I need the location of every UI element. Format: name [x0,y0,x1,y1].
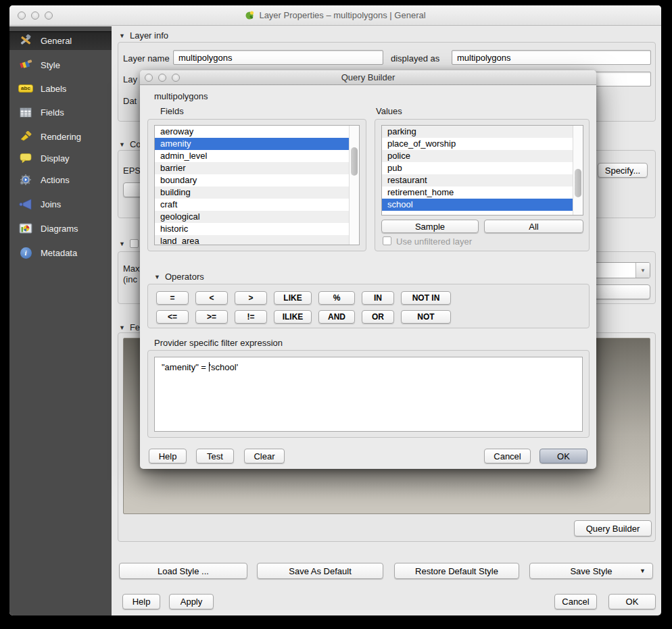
field-item[interactable]: historic [155,223,359,235]
sidebar-item-rendering[interactable]: Rendering [9,127,112,146]
minimize-dialog-button[interactable] [158,74,166,82]
values-list[interactable]: parkingplace_of_worshippolicepubrestaura… [381,125,583,216]
value-item[interactable]: school [382,199,583,211]
operator-button[interactable]: % [318,291,355,305]
operator-button[interactable]: <= [156,310,189,324]
cancel-button[interactable]: Cancel [554,594,597,609]
sidebar-item-fields[interactable]: Fields [9,103,112,122]
values-scrollbar[interactable] [573,126,583,215]
sidebar-item-label: Labels [41,84,66,94]
sidebar-item-diagrams[interactable]: Diagrams [9,219,112,238]
fields-scrollbar-thumb[interactable] [351,147,358,176]
gear-play-icon [18,173,34,186]
field-item[interactable]: building [155,186,359,199]
operator-button[interactable]: ILIKE [274,310,312,324]
value-item[interactable]: parking [382,126,583,138]
apply-button[interactable]: Apply [169,594,214,609]
window-title: Layer Properties – multipolygons | Gener… [245,10,425,20]
scale-visibility-checkbox[interactable] [130,239,139,248]
fields-list[interactable]: aerowayamenityadmin_levelbarrierboundary… [154,125,360,245]
query-builder-button[interactable]: Query Builder [574,520,652,536]
filter-expression-input[interactable]: "amenity" = 'school' [154,357,583,432]
close-dialog-button[interactable] [145,74,153,82]
dialog-cancel-button[interactable]: Cancel [484,449,531,463]
load-style-button[interactable]: Load Style ... [119,563,247,579]
operator-button[interactable]: != [235,310,267,324]
save-as-default-button[interactable]: Save As Default [257,563,383,579]
epsg-label-fragment: EPS [123,166,141,176]
value-item[interactable]: place_of_worship [382,138,583,150]
field-item[interactable]: boundary [155,174,359,186]
sidebar-item-general[interactable]: General [9,31,112,50]
value-item[interactable]: pub [382,162,583,174]
value-item[interactable]: restaurant [382,174,583,186]
operator-button[interactable]: = [156,291,189,305]
restore-default-style-button[interactable]: Restore Default Style [394,563,519,579]
sidebar-item-labels[interactable]: abc Labels [9,79,112,98]
field-item[interactable]: admin_level [155,150,359,162]
specify-button[interactable]: Specify... [598,163,648,178]
encoding-label-fragment: Dat [123,96,137,106]
fields-scrollbar[interactable] [349,126,359,245]
scale-visibility-header[interactable]: ▼ [119,239,139,248]
displayed-as-label: displayed as [391,53,439,64]
ok-button[interactable]: OK [608,594,656,609]
dialog-titlebar[interactable]: Query Builder [140,70,596,85]
operators-header[interactable]: ▼ Operators [154,272,204,282]
sidebar-item-label: Diagrams [41,224,78,234]
sidebar-item-label: General [41,36,72,46]
collapse-triangle-icon: ▼ [119,324,125,331]
zoom-window-button[interactable] [45,11,53,20]
sidebar: General Style abc Labels [9,26,112,615]
sidebar-item-label: Fields [41,107,64,118]
max-scale-combobox[interactable]: ▼ [587,262,650,278]
sidebar-item-actions[interactable]: Actions [9,170,112,189]
field-item[interactable]: craft [155,199,359,211]
scale-field[interactable] [587,284,650,299]
value-item[interactable]: retirement_home [382,186,583,199]
operator-button[interactable]: LIKE [274,291,312,305]
field-item[interactable]: aeroway [155,126,359,138]
sample-button[interactable]: Sample [381,220,479,233]
operator-button[interactable]: OR [362,310,394,324]
help-button[interactable]: Help [122,594,160,609]
minimize-window-button[interactable] [31,11,39,20]
use-unfiltered-layer-label: Use unfiltered layer [396,236,472,247]
sidebar-item-joins[interactable]: Joins [9,195,112,213]
field-item[interactable]: land_area [155,235,359,245]
save-style-button[interactable]: Save Style ▼ [529,563,653,579]
operator-button[interactable]: < [195,291,228,305]
field-item[interactable]: geological [155,211,359,223]
field-item[interactable]: barrier [155,162,359,174]
dialog-help-button[interactable]: Help [149,449,187,463]
chevron-down-icon: ▼ [640,568,646,574]
sidebar-item-metadata[interactable]: i Metadata [9,243,112,262]
operator-button[interactable]: >= [195,310,228,324]
field-item[interactable]: amenity [155,138,359,150]
collapse-triangle-icon: ▼ [119,241,125,247]
sidebar-item-display[interactable]: Display [9,149,112,168]
all-button[interactable]: All [484,220,583,233]
sidebar-item-style[interactable]: Style [9,55,112,74]
operator-button[interactable]: > [235,291,267,305]
table-icon [18,105,34,119]
crs-header[interactable]: ▼ Co [119,139,141,149]
use-unfiltered-layer-checkbox[interactable] [383,236,391,245]
close-window-button[interactable] [18,11,26,20]
operator-button[interactable]: IN [362,291,394,305]
operator-button[interactable]: NOT [401,310,451,324]
operator-button[interactable]: NOT IN [401,291,451,305]
displayed-as-input[interactable]: multipolygons [452,50,651,65]
value-item[interactable]: police [382,150,583,162]
dialog-ok-button[interactable]: OK [539,449,587,463]
window-controls [18,11,53,20]
layer-info-header[interactable]: ▼ Layer info [119,30,168,41]
feature-subset-header[interactable]: ▼ Fe [119,322,140,332]
operators-row-1: =<>LIKE%INNOT IN [156,291,451,305]
clear-button[interactable]: Clear [244,449,285,463]
zoom-dialog-button[interactable] [172,74,180,82]
test-button[interactable]: Test [196,449,234,463]
operator-button[interactable]: AND [318,310,355,324]
values-scrollbar-thumb[interactable] [575,169,581,197]
layer-name-input[interactable]: multipolygons [173,50,383,65]
